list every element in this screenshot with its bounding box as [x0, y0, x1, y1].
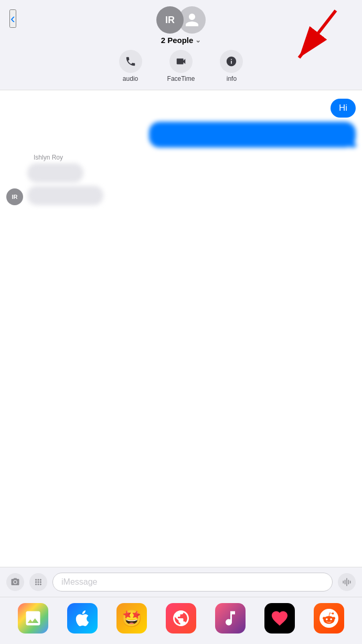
- waveform-icon: [342, 577, 352, 587]
- facetime-label: FaceTime: [167, 75, 195, 82]
- message-outgoing: Something was trying to contact your usi…: [6, 122, 356, 147]
- music-icon: [221, 609, 240, 628]
- camera-button[interactable]: [6, 573, 24, 591]
- avatar-ir-small: IR: [6, 188, 23, 205]
- dock-music-icon[interactable]: [215, 603, 246, 634]
- reddit-icon: [320, 609, 338, 628]
- memoji-emoji: 🤩: [121, 608, 142, 628]
- chat-header: ‹ IR 2 People ⌄ audio FaceTim: [0, 0, 362, 90]
- photos-icon: [24, 609, 42, 628]
- video-icon: [175, 56, 187, 67]
- group-name-label[interactable]: 2 People ⌄: [161, 36, 201, 45]
- bubble-hi: Hi: [331, 99, 356, 118]
- facetime-button[interactable]: FaceTime: [167, 50, 195, 82]
- dock-heart-icon[interactable]: [264, 603, 295, 634]
- info-icon-bg: [220, 50, 243, 73]
- dock-reddit-icon[interactable]: [314, 603, 344, 634]
- apps-icon: [34, 577, 43, 587]
- browser-icon: [172, 609, 190, 628]
- incoming-row-2: IR blurred text more: [6, 186, 356, 205]
- audio-button[interactable]: audio: [119, 50, 142, 82]
- group-avatars: IR: [156, 6, 206, 34]
- svg-line-1: [299, 10, 336, 58]
- audio-record-button[interactable]: [338, 573, 356, 591]
- apps-button[interactable]: [29, 573, 47, 591]
- chevron-down-icon: ⌄: [195, 36, 201, 44]
- phone-icon: [125, 56, 136, 67]
- annotation-arrow: [278, 5, 341, 76]
- incoming-group: blurred text IR blurred text more: [6, 163, 356, 208]
- bubble-outgoing-blurred: Something was trying to contact your usi…: [149, 122, 356, 147]
- facetime-icon-bg: [169, 50, 193, 73]
- message-hi: Hi: [6, 99, 356, 118]
- audio-icon-bg: [119, 50, 142, 73]
- audio-label: audio: [123, 75, 138, 82]
- bubble-incoming-1: blurred text: [27, 163, 83, 183]
- appstore-icon: [73, 609, 92, 628]
- dock: 🤩: [0, 597, 362, 644]
- dock-appstore-icon[interactable]: [67, 603, 98, 634]
- dock-browser-icon[interactable]: [166, 603, 196, 634]
- dock-memoji-icon[interactable]: 🤩: [116, 603, 147, 634]
- back-button[interactable]: ‹: [9, 9, 16, 28]
- heart-icon: [270, 609, 289, 628]
- bubble-incoming-2: blurred text more: [27, 186, 103, 205]
- sender-name-label: Ishlyn Roy: [34, 154, 356, 161]
- info-label: info: [227, 75, 237, 82]
- input-bar: iMessage: [0, 567, 362, 597]
- chat-area: Hi Something was trying to contact your …: [0, 90, 362, 447]
- info-button[interactable]: info: [220, 50, 243, 82]
- camera-icon: [10, 577, 20, 587]
- action-buttons-row: audio FaceTime info: [119, 50, 243, 82]
- dock-photos-icon[interactable]: [18, 603, 48, 634]
- avatar-ir: IR: [156, 6, 184, 34]
- info-icon: [226, 56, 237, 67]
- incoming-row-1: blurred text: [6, 163, 356, 183]
- imessage-input[interactable]: iMessage: [52, 573, 333, 592]
